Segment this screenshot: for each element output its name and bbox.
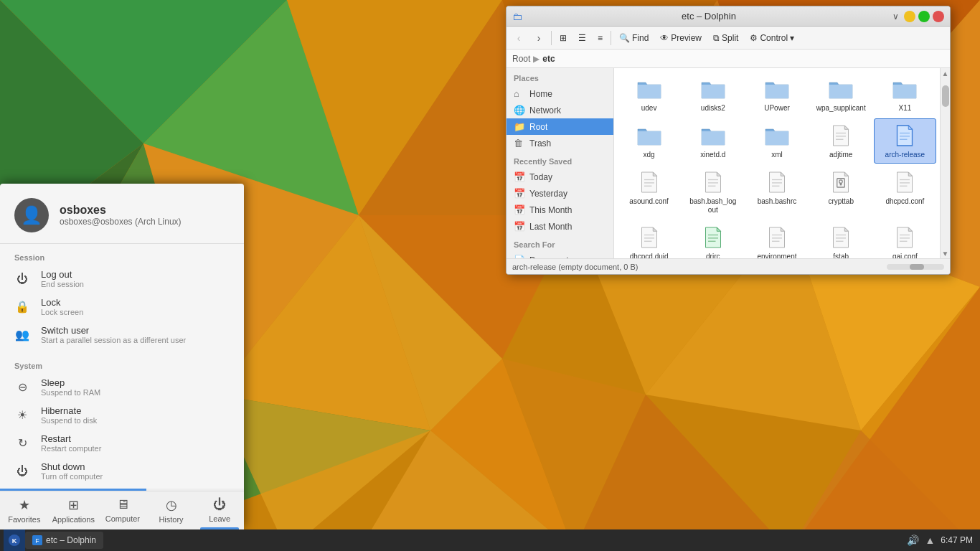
file-item-asound[interactable]: asound.conf xyxy=(618,165,680,219)
recently-saved-title: Recently Saved xyxy=(507,151,613,169)
scroll-up-button[interactable]: ▲ xyxy=(941,68,950,78)
control-button[interactable]: ⚙ Control ▾ xyxy=(745,30,799,46)
file-item-fstab[interactable]: fstab xyxy=(810,220,872,258)
file-icon-bash-logout xyxy=(700,169,726,195)
file-item-x11[interactable]: X11 xyxy=(874,72,936,117)
split-button[interactable]: ⧉ Split xyxy=(708,30,743,46)
nav-leave[interactable]: ⏻ Leave xyxy=(195,491,244,529)
view-compact-button[interactable]: ☰ xyxy=(573,30,591,46)
file-icon-fstab xyxy=(828,225,854,250)
file-item-dhcpcd-conf[interactable]: dhcpcd.conf xyxy=(874,165,936,219)
file-item-upower[interactable]: UPower xyxy=(745,72,808,117)
window-close-btn[interactable]: ✕ xyxy=(933,11,944,22)
switch-user-icon: 👥 xyxy=(14,327,30,343)
sidebar-item-today[interactable]: 📅 Today xyxy=(507,169,613,185)
shutdown-item[interactable]: ⏻ Shut down Turn off computer xyxy=(0,457,244,485)
window-content: Places ⌂ Home 🌐 Network 📁 Root 🗑 Trash xyxy=(507,68,950,258)
logout-text: Log out End session xyxy=(41,269,84,288)
file-item-dhcpcd-duid[interactable]: dhcpcd.duid xyxy=(618,220,680,258)
breadcrumb-current: etc xyxy=(542,54,555,64)
system-section: System ⊖ Sleep Suspend to RAM ☀ Hibernat… xyxy=(0,352,244,489)
scroll-thumb[interactable] xyxy=(942,85,949,107)
file-item-wpa[interactable]: wpa_supplicant xyxy=(810,72,872,117)
sidebar-item-this-month[interactable]: 📅 This Month xyxy=(507,202,613,218)
compact-view-icon: ☰ xyxy=(578,33,586,43)
sidebar-item-yesterday[interactable]: 📅 Yesterday xyxy=(507,185,613,202)
sidebar-item-documents[interactable]: 📄 Documents xyxy=(507,252,613,258)
find-label: Find xyxy=(632,33,649,43)
lock-label: Lock xyxy=(41,297,83,308)
lock-item[interactable]: 🔒 Lock Lock screen xyxy=(0,293,244,321)
sidebar-item-root[interactable]: 📁 Root xyxy=(507,118,613,135)
sidebar-root-label: Root xyxy=(529,122,547,132)
monitor-icon: 🖥 xyxy=(116,497,129,512)
file-item-gai[interactable]: gai.conf xyxy=(874,220,936,258)
scroll-down-button[interactable]: ▼ xyxy=(941,248,950,258)
file-item-environment[interactable]: environment xyxy=(745,220,808,258)
start-button[interactable]: K xyxy=(4,529,25,551)
shutdown-sublabel: Turn off computer xyxy=(41,472,103,481)
nav-favorites[interactable]: ★ Favorites xyxy=(0,491,49,529)
find-button[interactable]: 🔍 Find xyxy=(614,30,654,46)
file-item-crypttab[interactable]: crypttab xyxy=(810,165,872,219)
folder-icon-wpa xyxy=(828,76,854,102)
preview-button[interactable]: 👁 Preview xyxy=(655,30,707,46)
switch-user-item[interactable]: 👥 Switch user Start a parallel session a… xyxy=(0,321,244,349)
forward-button[interactable]: › xyxy=(529,29,548,47)
split-label: Split xyxy=(722,33,738,43)
nav-history[interactable]: ◷ History xyxy=(147,491,196,529)
folder-icon-xdg xyxy=(636,123,662,149)
logout-icon: ⏻ xyxy=(14,271,30,287)
scroll-track[interactable] xyxy=(941,78,950,248)
folder-icon-xinetd xyxy=(700,123,726,149)
hibernate-item[interactable]: ☀ Hibernate Suspend to disk xyxy=(0,401,244,429)
svg-text:K: K xyxy=(12,537,17,545)
file-name-drirc: drirc xyxy=(706,253,720,258)
zoom-track[interactable] xyxy=(887,264,944,270)
vertical-scrollbar[interactable]: ▲ ▼ xyxy=(940,68,950,258)
file-item-arch-release[interactable]: arch-release xyxy=(874,118,936,164)
search-icon: 🔍 xyxy=(619,33,630,43)
file-item-xinetd[interactable]: xinetd.d xyxy=(682,118,744,164)
volume-icon[interactable]: 🔊 xyxy=(907,534,919,546)
view-icons-button[interactable]: ⊞ xyxy=(555,30,572,46)
session-section: Session ⏻ Log out End session 🔒 Lock Loc… xyxy=(0,244,244,352)
back-button[interactable]: ‹ xyxy=(509,29,528,47)
view-details-button[interactable]: ≡ xyxy=(593,30,608,46)
window-minimize-btn[interactable]: − xyxy=(904,11,915,22)
file-item-udisks2[interactable]: udisks2 xyxy=(682,72,744,117)
file-item-bash-logout[interactable]: bash.bash_logout xyxy=(682,165,744,219)
sidebar-item-network[interactable]: 🌐 Network xyxy=(507,102,613,118)
nav-applications[interactable]: ⊞ Applications xyxy=(49,491,98,529)
sidebar-item-trash[interactable]: 🗑 Trash xyxy=(507,135,613,151)
svg-rect-48 xyxy=(840,183,842,186)
sleep-item[interactable]: ⊖ Sleep Suspend to RAM xyxy=(0,373,244,401)
switch-user-sublabel: Start a parallel session as a different … xyxy=(41,336,186,344)
logout-item[interactable]: ⏻ Log out End session xyxy=(0,265,244,293)
logout-label: Log out xyxy=(41,269,84,280)
file-name-dhcpcd-conf: dhcpcd.conf xyxy=(885,197,924,206)
breadcrumb-root[interactable]: Root xyxy=(512,54,530,64)
file-item-xml[interactable]: xml xyxy=(745,118,808,164)
folder-icon-upower xyxy=(764,76,790,102)
zoom-thumb[interactable] xyxy=(910,264,924,270)
taskbar-dolphin-task[interactable]: F etc – Dolphin xyxy=(25,532,103,549)
sidebar-item-last-month[interactable]: 📅 Last Month xyxy=(507,218,613,235)
window-toolbar: ‹ › ⊞ ☰ ≡ 🔍 Find 👁 Preview ⧉ xyxy=(507,27,950,50)
nav-computer[interactable]: 🖥 Computer xyxy=(98,491,147,529)
status-bar: arch-release (empty document, 0 B) xyxy=(507,258,950,274)
file-item-drirc[interactable]: drirc xyxy=(682,220,744,258)
window-chevron-btn[interactable]: ∨ xyxy=(890,11,901,22)
file-item-bash-bashrc[interactable]: bash.bashrc xyxy=(745,165,808,219)
lock-icon: 🔒 xyxy=(14,299,30,315)
preview-label: Preview xyxy=(671,33,702,43)
sidebar-item-home[interactable]: ⌂ Home xyxy=(507,85,613,102)
file-grid-container[interactable]: udev udisks2 xyxy=(614,68,940,258)
network-icon: 🌐 xyxy=(514,105,525,116)
sleep-sublabel: Suspend to RAM xyxy=(41,388,100,397)
file-item-xdg[interactable]: xdg xyxy=(618,118,680,164)
restart-item[interactable]: ↻ Restart Restart computer xyxy=(0,429,244,457)
file-item-adjtime[interactable]: adjtime xyxy=(810,118,872,164)
file-item-udev[interactable]: udev xyxy=(618,72,680,117)
window-maximize-btn[interactable]: □ xyxy=(918,11,930,22)
